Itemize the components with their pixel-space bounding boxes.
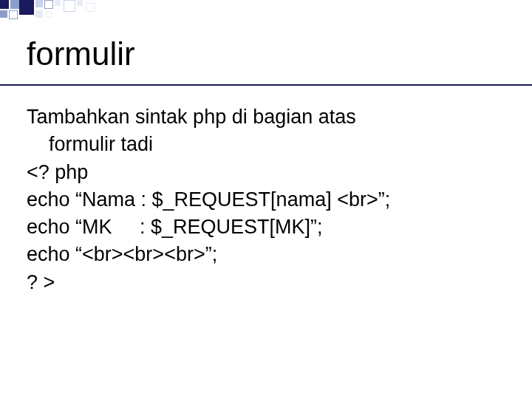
title-divider [0,84,532,86]
code-line-5: ? > [27,269,505,296]
corner-decoration [0,0,118,22]
slide-body: Tambahkan sintak php di bagian atas form… [27,103,505,296]
code-line-4: echo “<br><br><br>”; [27,241,505,268]
code-line-2: echo “Nama : $_REQUEST[nama] <br>”; [27,186,505,214]
slide: formulir Tambahkan sintak php di bagian … [0,0,532,399]
intro-line-1: Tambahkan sintak php di bagian atas [27,103,505,131]
intro-line-2: formulir tadi [49,131,505,158]
slide-title: formulir [27,35,135,72]
code-line-3: echo “MK : $_REQUEST[MK]”; [27,214,505,241]
code-line-1: <? php [27,159,505,186]
